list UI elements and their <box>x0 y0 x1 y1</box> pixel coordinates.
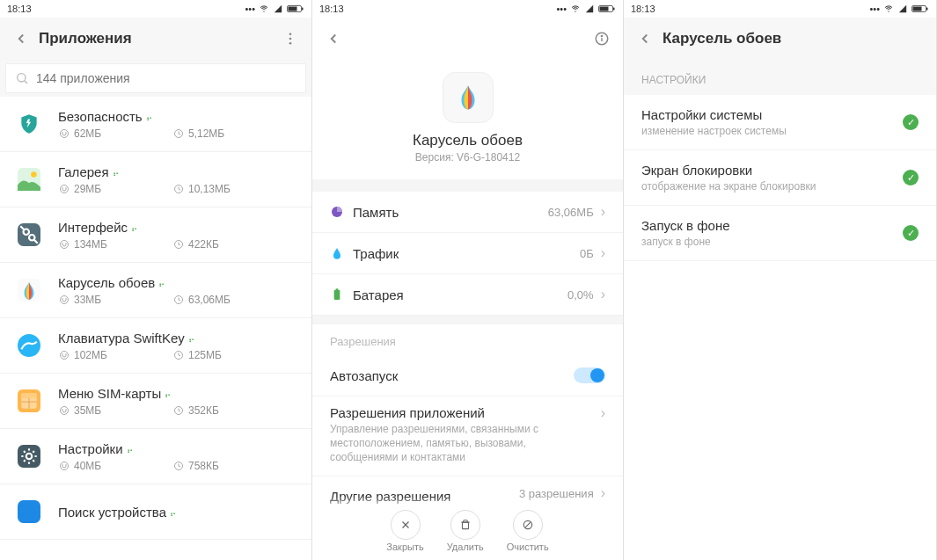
svg-rect-52 <box>913 7 922 11</box>
permission-row[interactable]: Настройки системыизменение настроек сист… <box>624 95 936 150</box>
app-icon <box>11 382 48 419</box>
traffic-row[interactable]: Трафик 0Б › <box>312 233 623 274</box>
app-data-size: 352КБ <box>172 404 219 417</box>
permission-title: Запуск в фоне <box>641 218 903 233</box>
app-row[interactable]: Галерея29МБ10,13МБ <box>0 152 311 207</box>
svg-rect-36 <box>18 500 40 523</box>
app-detail-screen: 18:13 ••• Карусель обоев Версия: V6-G-18… <box>312 0 624 560</box>
info-icon[interactable] <box>591 28 612 49</box>
svg-rect-27 <box>21 393 36 397</box>
status-bar: 18:13 ••• <box>624 0 936 18</box>
chevron-right-icon: › <box>601 405 605 421</box>
svg-point-8 <box>61 129 69 137</box>
permissions-section-label: Разрешения <box>312 324 623 355</box>
permission-row[interactable]: Запуск в фонезапуск в фоне✓ <box>624 206 936 261</box>
app-row[interactable]: Поиск устройства <box>0 484 311 540</box>
svg-point-11 <box>31 171 36 178</box>
app-name-label: Карусель обоев <box>58 275 299 290</box>
app-row[interactable]: Меню SIM-карты35МБ352КБ <box>0 374 311 429</box>
app-version: Версия: V6-G-180412 <box>415 151 520 164</box>
search-box[interactable] <box>5 63 306 93</box>
svg-line-7 <box>25 81 27 84</box>
back-icon[interactable] <box>323 28 344 49</box>
app-name-label: Поиск устройства <box>58 505 299 520</box>
header: Приложения <box>0 18 311 60</box>
app-storage-size: 134МБ <box>58 238 172 251</box>
svg-rect-32 <box>18 445 40 468</box>
status-bar: 18:13 ••• <box>0 0 311 18</box>
autostart-row[interactable]: Автозапуск <box>312 355 623 396</box>
svg-rect-39 <box>613 8 615 11</box>
app-name-label: Клавиатура SwiftKey <box>58 331 299 345</box>
page-title: Приложения <box>39 30 280 47</box>
svg-line-50 <box>525 522 531 527</box>
app-storage-size: 40МБ <box>58 460 172 472</box>
refresh-icon <box>165 389 173 397</box>
svg-rect-48 <box>462 522 468 529</box>
back-icon[interactable] <box>11 28 32 49</box>
permission-list: Настройки системыизменение настроек сист… <box>624 95 936 261</box>
svg-point-20 <box>61 295 69 303</box>
app-data-size: 422КБ <box>172 238 219 251</box>
permission-title: Настройки системы <box>641 107 903 122</box>
svg-point-3 <box>289 33 292 35</box>
svg-point-17 <box>61 240 69 248</box>
app-row[interactable]: Карусель обоев33МБ63,06МБ <box>0 263 311 318</box>
autostart-toggle[interactable] <box>574 367 605 383</box>
close-icon <box>399 519 412 531</box>
back-icon[interactable] <box>634 28 655 49</box>
check-icon: ✓ <box>903 170 919 185</box>
app-row[interactable]: Интерфейс134МБ422КБ <box>0 207 311 263</box>
app-data-size: 63,06МБ <box>172 294 231 306</box>
status-time: 18:13 <box>7 4 32 14</box>
app-header-block: Карусель обоев Версия: V6-G-180412 <box>312 60 623 179</box>
svg-point-12 <box>61 185 69 193</box>
status-bar: 18:13 ••• <box>312 0 623 18</box>
permission-row[interactable]: Экран блокировкиотображение на экране бл… <box>624 150 936 206</box>
svg-point-22 <box>18 334 40 357</box>
app-icon <box>11 105 48 142</box>
memory-icon <box>330 205 344 219</box>
header: Карусель обоев <box>624 18 936 60</box>
app-storage-size: 102МБ <box>58 349 172 361</box>
svg-point-6 <box>18 74 26 82</box>
app-icon <box>11 438 48 475</box>
refresh-icon <box>127 444 135 453</box>
app-storage-size: 62МБ <box>58 127 172 140</box>
svg-rect-53 <box>926 8 928 11</box>
refresh-icon <box>188 333 197 342</box>
close-button[interactable]: Закрыть <box>386 510 423 552</box>
clear-button[interactable]: Очистить <box>507 510 549 552</box>
svg-rect-38 <box>600 7 609 11</box>
app-data-size: 758КБ <box>172 460 219 472</box>
svg-point-23 <box>61 351 69 359</box>
app-permissions-row[interactable]: Разрешения приложений Управление разреше… <box>312 396 623 476</box>
svg-point-5 <box>289 42 292 45</box>
search-icon <box>15 71 29 85</box>
app-name-label: Безопасность <box>58 109 299 124</box>
settings-section-label: НАСТРОЙКИ <box>624 60 936 95</box>
app-icon <box>11 327 48 364</box>
app-data-size: 5,12МБ <box>172 127 224 140</box>
app-name-label: Настройки <box>58 441 299 456</box>
app-row[interactable]: Настройки40МБ758КБ <box>0 429 311 484</box>
svg-point-4 <box>289 38 292 40</box>
permission-desc: отображение на экране блокировки <box>641 180 903 193</box>
memory-row[interactable]: Память 63,06МБ › <box>312 192 623 233</box>
search-input[interactable] <box>36 71 296 85</box>
refresh-icon <box>170 507 179 516</box>
app-row[interactable]: Безопасность62МБ5,12МБ <box>0 97 311 152</box>
chevron-right-icon: › <box>601 245 605 261</box>
app-row[interactable]: Клавиатура SwiftKey102МБ125МБ <box>0 318 311 374</box>
svg-point-42 <box>601 35 602 36</box>
battery-row[interactable]: Батарея 0,0% › <box>312 274 623 316</box>
svg-point-30 <box>61 406 69 414</box>
delete-button[interactable]: Удалить <box>447 510 484 552</box>
permissions-detail-screen: 18:13 ••• Карусель обоев НАСТРОЙКИ Настр… <box>624 0 937 560</box>
svg-point-34 <box>61 462 69 469</box>
app-icon <box>11 272 48 309</box>
svg-rect-44 <box>334 290 340 300</box>
status-time: 18:13 <box>319 4 344 14</box>
more-icon[interactable] <box>280 28 301 49</box>
refresh-icon <box>158 278 167 287</box>
